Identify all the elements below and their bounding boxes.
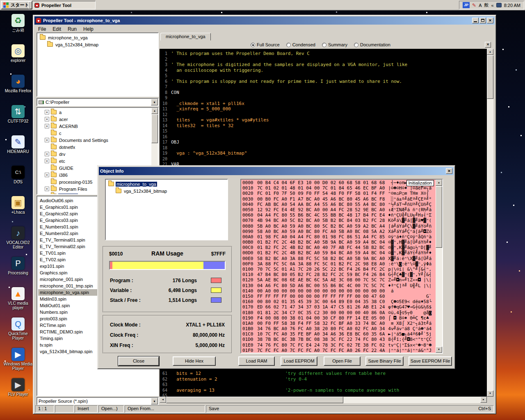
hex-address: 00A0: [242, 234, 257, 240]
desktop-icon-processing[interactable]: PProcessing: [2, 257, 34, 287]
scroll-up-icon[interactable]: ▲: [151, 108, 158, 114]
hex-scrollbar[interactable]: ▲ ▼: [436, 180, 442, 353]
ime-pen-icon[interactable]: ✎: [472, 2, 476, 8]
minimize-button[interactable]: [472, 18, 479, 23]
line-number: 14: [160, 123, 171, 129]
folder-tree-item[interactable]: dotnetfx: [38, 144, 151, 151]
tray-icon[interactable]: [496, 3, 502, 7]
ime-conversion-mode[interactable]: 般: [484, 2, 489, 8]
window-titlebar[interactable]: Propeller Tool - microphone_to_vga ✕: [34, 16, 495, 25]
scroll-up-icon[interactable]: ▲: [487, 49, 493, 55]
folder-icon: [51, 117, 57, 121]
hex-address: 0170: [242, 304, 257, 310]
dialog-button-save-eeprom-file[interactable]: Save EEPROM File: [409, 356, 452, 366]
hex-row: 01F07C FC FC A0 7C FC FC A0 7C FC FC A0 …: [242, 348, 435, 353]
menu-edit[interactable]: Edit: [49, 26, 64, 32]
ime-input-mode[interactable]: A: [479, 3, 482, 8]
dialog-button-close[interactable]: Close: [118, 356, 159, 366]
view-mode-documentation[interactable]: Documentation: [354, 42, 390, 47]
dialog-titlebar[interactable]: Object Info ✕: [99, 167, 454, 175]
desktop-icon-cuteftp[interactable]: ⇅CUTFTP32: [2, 105, 34, 135]
dialog-tree-item[interactable]: microphone_to_vga: [106, 180, 227, 187]
filter-combo-value: Propeller Source (*.spin): [39, 399, 88, 404]
scroll-down-icon[interactable]: ▼: [487, 390, 493, 397]
folder-tree-item[interactable]: +Documents and Settings: [38, 137, 151, 144]
line-number: 65: [160, 393, 171, 397]
desktop-icon-hidemaru[interactable]: ✎HIDEMARU: [2, 135, 34, 166]
folder-tree-item[interactable]: +etc: [38, 158, 151, 164]
scrollbar-thumb[interactable]: [487, 55, 493, 99]
expand-icon[interactable]: +: [45, 117, 49, 121]
folder-tree-item[interactable]: c: [38, 130, 151, 137]
scrollbar-thumb[interactable]: [151, 114, 158, 143]
expand-icon[interactable]: +: [45, 173, 49, 177]
taskbar-window-button[interactable]: Propeller Tool: [32, 1, 96, 9]
start-button[interactable]: スタート: [1, 1, 32, 9]
editor-hscrollbar[interactable]: ◄ ►: [160, 397, 487, 403]
desktop-icon-firefox[interactable]: ◕Mozilla Firefox: [2, 75, 34, 105]
tab-microphone-to-vga[interactable]: microphone_to_vga: [160, 33, 211, 41]
hex-chars: ≡ X8⌠ X2ⁿ┐á3t╝á: [388, 321, 431, 326]
folder-tree-item[interactable]: +acer: [38, 116, 151, 123]
filter-combo[interactable]: Propeller Source (*.spin) ▼: [37, 397, 159, 405]
hex-bytes: 74 76 FC 80 7C FC E4 24 78 3C FC 02 7E 3…: [257, 342, 385, 348]
hex-chars: ☺▓ⁿ,K▓╝á@⌂½ⁿD[▓╝: [388, 245, 431, 250]
desktop-icon-flv[interactable]: ▶FLV Player: [2, 378, 34, 409]
menu-run[interactable]: Run: [64, 26, 80, 32]
dropdown-arrow-icon[interactable]: ▼: [151, 398, 158, 404]
view-mode-label: Documentation: [360, 42, 390, 47]
desktop-icon-recycle-bin[interactable]: ♻ごみ箱: [2, 14, 34, 44]
editor-vscrollbar[interactable]: ▲ ▼: [487, 49, 493, 397]
restore-button[interactable]: [479, 18, 486, 23]
scrollbar-thumb[interactable]: [166, 397, 343, 403]
object-tree-item[interactable]: vga_512x384_bitmap: [37, 41, 158, 48]
expand-icon[interactable]: +: [45, 138, 49, 142]
view-mode-condensed[interactable]: Condensed: [286, 42, 315, 47]
menu-file[interactable]: File: [35, 26, 49, 32]
radio-icon[interactable]: [354, 43, 358, 47]
desktop-icon-dos[interactable]: C:\DOS: [2, 166, 34, 196]
scroll-up-icon[interactable]: ▲: [436, 180, 442, 186]
dialog-button-save-binary-file[interactable]: Save Binary File: [365, 356, 404, 366]
scroll-down-icon[interactable]: ▼: [436, 347, 442, 353]
scrollbar-thumb[interactable]: [436, 186, 442, 248]
expand-icon[interactable]: +: [45, 187, 49, 191]
scroll-left-icon[interactable]: ◄: [160, 397, 166, 403]
dialog-button-open-file[interactable]: Open File: [324, 356, 361, 366]
expand-icon[interactable]: +: [45, 152, 49, 156]
close-pane-button[interactable]: ✕: [485, 42, 491, 48]
start-button-label: スタート: [11, 2, 29, 8]
desktop-icon-wmp[interactable]: ▶Windows Media Player: [2, 348, 34, 378]
tray-chevron-icon[interactable]: «: [491, 3, 494, 8]
dialog-button-load-eeprom[interactable]: Load EEPROM: [281, 356, 317, 366]
dialog-button-load-ram[interactable]: Load RAM: [238, 356, 275, 366]
view-mode-full-source[interactable]: Full Source: [251, 42, 280, 47]
close-button[interactable]: ✕: [487, 18, 493, 23]
radio-icon[interactable]: [322, 43, 326, 47]
status-hint-shortcut: Ctrl+S: [478, 406, 491, 412]
dialog-tree-item[interactable]: vga_512x384_bitmap: [106, 187, 227, 194]
expand-icon[interactable]: +: [45, 124, 49, 128]
dropdown-arrow-icon[interactable]: ▼: [151, 99, 158, 105]
folder-icon: [51, 166, 57, 170]
dialog-button-hide-hex[interactable]: Hide Hex: [173, 356, 216, 366]
expand-icon[interactable]: +: [45, 159, 49, 163]
object-tree-item[interactable]: microphone_to_vga: [37, 34, 158, 41]
menu-help[interactable]: Help: [80, 26, 97, 32]
path-combo[interactable]: C:\Propeller ▼: [37, 98, 159, 106]
radio-icon[interactable]: [286, 43, 291, 47]
desktop-icon-lhaca[interactable]: ▣+Lhaca: [2, 196, 34, 226]
dialog-close-button[interactable]: ✕: [446, 168, 452, 174]
desktop-icon-vocaloid[interactable]: ♪VOCALOID2 Editor: [2, 226, 34, 257]
scroll-right-icon[interactable]: ►: [480, 397, 487, 403]
desktop-icon-vlc[interactable]: ▲VLC media player: [2, 287, 34, 317]
desktop-icon-quicktime[interactable]: QQuickTime Player: [2, 317, 34, 348]
view-mode-summary[interactable]: Summary: [322, 42, 347, 47]
ime-language-icon[interactable]: JP: [463, 2, 470, 8]
folder-tree-item[interactable]: +drv: [38, 151, 151, 158]
folder-tree-item[interactable]: +a: [38, 109, 151, 116]
expand-icon[interactable]: +: [45, 110, 49, 114]
folder-tree-item[interactable]: +ACERNB: [38, 123, 151, 130]
desktop-icon-explorer[interactable]: ◎explorer: [2, 44, 34, 75]
radio-icon[interactable]: [251, 43, 255, 47]
